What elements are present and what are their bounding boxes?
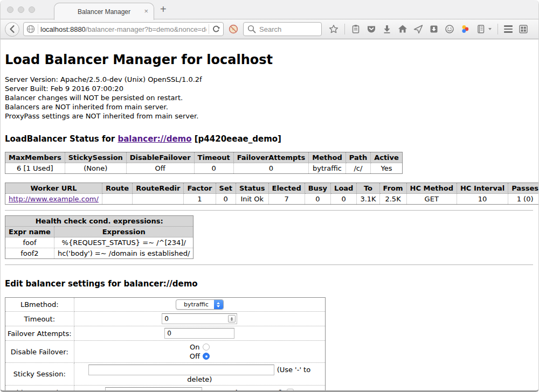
search-icon xyxy=(247,24,257,34)
val-set: 0 xyxy=(216,194,236,205)
disable-failover-cell: On Off xyxy=(74,341,325,363)
extension-colordots-icon[interactable] xyxy=(460,24,470,34)
hc-table-title: Health check cond. expressions: xyxy=(5,216,194,227)
col-load: Load xyxy=(331,183,357,194)
val-expression-1: %{REQUEST_STATUS} =~ /^[234]/ xyxy=(54,237,194,248)
loadbalancer-status-heading: LoadBalancer Status for balancer://demo … xyxy=(5,134,538,144)
chevron-down-icon[interactable] xyxy=(488,28,492,30)
val-expr-name-1: foof xyxy=(5,237,54,248)
col-stickysession: StickySession xyxy=(65,152,126,163)
search-bar[interactable]: Search xyxy=(243,22,322,36)
disable-failover-off-radio[interactable] xyxy=(203,353,210,360)
back-button[interactable] xyxy=(5,22,19,37)
sticky-session-input[interactable] xyxy=(88,365,274,375)
url-host: localhost:8880 xyxy=(40,25,86,33)
browser-window: Balancer Manager × + localhost:8880/bala… xyxy=(0,0,539,392)
disable-failover-on-radio[interactable] xyxy=(203,344,210,351)
val-timeout: 0 xyxy=(194,163,233,174)
bookmark-star-icon[interactable] xyxy=(329,24,338,34)
col-failoverattempts: FailoverAttempts xyxy=(233,152,309,163)
urlbar-divider2 xyxy=(209,24,209,34)
tab-balancer-manager[interactable]: Balancer Manager × xyxy=(54,3,154,20)
hc-row-foof2: foof2 hc('body') =~ /domain is establish… xyxy=(5,248,194,259)
failover-attempts-input[interactable] xyxy=(164,328,234,339)
radio-off-label: Off xyxy=(190,352,200,360)
server-built-line: Server Built: Feb 9 2016 07:00:20 xyxy=(5,84,538,93)
col-hc-interval: HC Interval xyxy=(457,183,508,194)
select-stepper-icon xyxy=(214,300,223,309)
sticky-session-cell: (Use '-' to delete) xyxy=(74,363,325,386)
content-blocker-icon[interactable] xyxy=(229,24,238,34)
col-disablefailover: DisableFailover xyxy=(126,152,194,163)
val-hc-interval: 10 xyxy=(457,194,508,205)
tab-close-icon[interactable]: × xyxy=(144,8,148,15)
home-icon[interactable] xyxy=(398,24,407,34)
smiley-icon[interactable] xyxy=(445,24,454,34)
lbmethod-label: LBmethod: xyxy=(5,298,74,312)
downloads-icon[interactable] xyxy=(382,24,392,34)
timeout-input[interactable] xyxy=(162,313,237,324)
worker-header-row: Worker URL Route RouteRedir Factor Set S… xyxy=(5,183,539,194)
url-bar[interactable]: localhost:8880/balancer-manager?b=demo&n… xyxy=(23,22,224,36)
col-path: Path xyxy=(345,152,370,163)
zoom-window-button[interactable] xyxy=(29,6,35,13)
panel-download-icon[interactable] xyxy=(429,24,439,34)
val-route xyxy=(102,194,132,205)
edit-settings-heading: Edit balancer settings for balancer://de… xyxy=(5,279,538,289)
val-busy: 0 xyxy=(305,194,330,205)
toolbar-buttons xyxy=(329,24,528,34)
share-send-icon[interactable] xyxy=(413,24,423,34)
val-load: 0 xyxy=(331,194,357,205)
col-to: To xyxy=(357,183,379,194)
col-expr-name: Expr name xyxy=(5,227,54,237)
val-expression-2: hc('body') =~ /domain is established/ xyxy=(54,248,194,259)
inherit-warning-line: Balancers are NOT inherited from main se… xyxy=(5,102,538,111)
balancer-demo-link[interactable]: balancer://demo xyxy=(118,134,191,144)
col-passes: Passes xyxy=(508,183,539,194)
lbmethod-select[interactable]: bytraffic xyxy=(176,299,224,310)
page-content: Load Balancer Manager for localhost Serv… xyxy=(1,39,538,392)
proxypass-warning-line: ProxyPass settings are NOT inherited fro… xyxy=(5,111,538,121)
status-heading-suffix: [p4420eeae_demo] xyxy=(192,134,281,144)
new-tab-button[interactable]: + xyxy=(160,3,167,16)
add-worker-cell: Are you sure? xyxy=(74,386,325,392)
minimize-window-button[interactable] xyxy=(18,6,24,13)
close-window-button[interactable] xyxy=(7,6,13,13)
balancer-status-table: MaxMembers StickySession DisableFailover… xyxy=(5,152,403,174)
toolbar-separator xyxy=(344,24,345,34)
window-controls xyxy=(7,6,35,13)
menu-icon[interactable] xyxy=(504,25,513,33)
tab-bar: Balancer Manager × + xyxy=(1,0,538,19)
lbmethod-selected-value: bytraffic xyxy=(176,300,214,309)
col-from: From xyxy=(379,183,406,194)
val-stickysession: (None) xyxy=(65,163,126,174)
reload-icon[interactable] xyxy=(211,24,221,34)
val-worker-url: http://www.example.com/ xyxy=(5,194,102,205)
notebook-icon[interactable] xyxy=(476,24,486,34)
worker-url-link[interactable]: http://www.example.com/ xyxy=(9,195,99,203)
back-arrow-icon xyxy=(8,24,17,34)
bookmarks-clipboard-icon[interactable] xyxy=(351,24,361,34)
failover-attempts-cell xyxy=(74,326,325,341)
pocket-icon[interactable] xyxy=(367,24,376,34)
add-worker-row: Add New Worker: Are you sure? xyxy=(5,386,326,392)
col-maxmembers: MaxMembers xyxy=(5,152,65,163)
col-route: Route xyxy=(102,183,132,194)
tab-groups-grid-icon[interactable] xyxy=(519,24,528,34)
col-set: Set xyxy=(216,183,236,194)
disable-failover-label: Disable Failover: xyxy=(5,341,74,363)
col-worker-url: Worker URL xyxy=(5,183,102,194)
page-title: Load Balancer Manager for localhost xyxy=(5,52,538,67)
add-worker-input[interactable] xyxy=(105,387,202,392)
url-text[interactable]: localhost:8880/balancer-manager?b=demo&n… xyxy=(40,25,206,33)
col-status: Status xyxy=(236,183,268,194)
val-failoverattempts: 0 xyxy=(233,163,309,174)
confirm-checkbox[interactable] xyxy=(287,389,294,392)
globe-icon[interactable] xyxy=(26,24,36,34)
val-factor: 1 xyxy=(184,194,216,205)
search-placeholder: Search xyxy=(259,25,281,33)
hc-row-foof: foof %{REQUEST_STATUS} =~ /^[234]/ xyxy=(5,237,194,248)
number-spinner-icon[interactable] xyxy=(228,315,236,323)
lbmethod-row: LBmethod: bytraffic xyxy=(5,298,326,312)
confirm-label: Are you sure? xyxy=(234,388,282,392)
